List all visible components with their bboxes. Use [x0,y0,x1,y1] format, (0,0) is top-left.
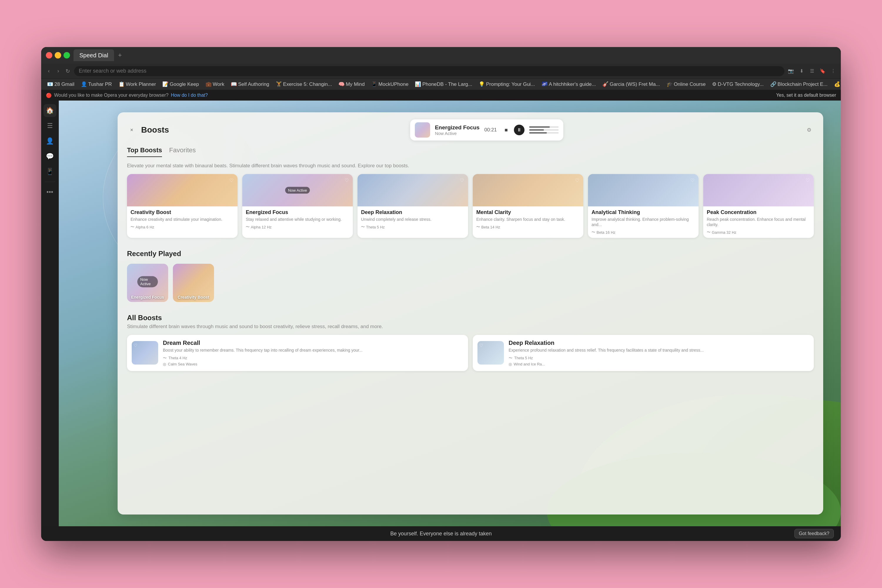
tab-label: Speed Dial [80,52,108,59]
panel-settings-button[interactable]: ⚙ [804,125,814,135]
wave-icon-6: 〜 [707,230,711,235]
relaxation-freq: 〜 Theta 5 Hz [361,224,465,230]
address-input[interactable] [74,66,784,76]
boost-card-body-energized: Energized Focus Stay relaxed and attenti… [242,206,353,232]
bookmarks-icon[interactable]: 🔖 [819,67,827,75]
all-boost-dream-recall[interactable]: ♡ Dream Recall Boost your ability to rem… [127,335,468,371]
bookmark-hitchhiker[interactable]: 🌌 A hitchhiker's guide... [539,80,598,88]
recent-card-energized[interactable]: Now Active Energized Focus [127,264,168,302]
recent-card-creativity[interactable]: Creativity Boost [173,264,214,302]
browser-chrome: Speed Dial + ‹ › ↻ 📷 ⬇ ☰ 🔖 ⋮ [41,47,841,100]
tab-favorites[interactable]: Favorites [169,146,195,157]
deep-relaxation-title: Deep Relaxation [508,340,809,346]
creativity-fav-icon[interactable]: ♡ [228,176,235,184]
camera-icon[interactable]: 📷 [787,67,795,75]
bookmark-tushar[interactable]: 👤 Tushar PR [78,80,114,88]
boost-card-relaxation[interactable]: ♡ Deep Relaxation Unwind completely and … [357,174,468,238]
reload-button[interactable]: ↻ [63,67,72,75]
stop-button[interactable]: ■ [502,125,511,135]
bookmark-googlekeep[interactable]: 📝 Google Keep [160,80,201,88]
bookmark-blockchain[interactable]: 🔗 Blockchain Project E... [768,80,830,88]
close-panel-button[interactable]: × [127,125,136,135]
now-active-badge: Now Active [285,187,310,194]
opera-icon: 🔴 [46,93,52,98]
download-icon[interactable]: ⬇ [797,67,806,75]
nav-buttons: ‹ › ↻ [45,67,72,75]
new-tab-button[interactable]: + [115,51,124,60]
sidebar-more-icon[interactable]: ••• [44,186,57,198]
bookmarks-bar: 📧 28 Gmail 👤 Tushar PR 📋 Work Planner 📝 … [41,79,841,90]
creativity-thumb-image [127,174,237,206]
default-browser-action[interactable]: Yes, set it as default browser [776,93,836,98]
bookmark-phonedb[interactable]: 📊 PhoneDB - The Larg... [412,80,474,88]
recent-creativity-label: Creativity Boost [175,295,212,300]
energized-freq: 〜 Alpha 12 Hz [246,224,349,230]
bookmark-onlinecourse[interactable]: 🎓 Online Course [664,80,708,88]
now-playing-thumb-image [415,122,430,138]
peak-fav-icon[interactable]: ♡ [804,176,812,184]
wallpaper: × Boosts Energized Focus Now Active [59,100,841,526]
minimize-window-button[interactable] [55,52,61,58]
mental-thumb-image [473,174,583,206]
sidebar-feeds-icon[interactable]: ☰ [44,119,57,132]
creativity-title: Creativity Boost [130,209,234,216]
bookmark-garcia[interactable]: 🎸 Garcia (WS) Fret Ma... [600,80,662,88]
dream-recall-thumb: ♡ [132,341,158,364]
panel-title: Boosts [141,125,169,135]
browser-tab-speed-dial[interactable]: Speed Dial [74,50,114,61]
boost-card-mental[interactable]: ♡ Mental Clarity Enhance clarity. Sharpe… [473,174,583,238]
toolbar-icons: 📷 ⬇ ☰ 🔖 ⋮ [787,67,837,75]
feedback-button[interactable]: Got feedback? [794,529,834,538]
boost-card-energized[interactable]: ♡ Now Active Energized Focus Stay relaxe… [242,174,353,238]
relaxation-fav-icon[interactable]: ♡ [458,176,466,184]
bookmark-workplanner[interactable]: 📋 Work Planner [116,80,159,88]
all-boost-deep-relaxation[interactable]: ♡ Deep Relaxation Experience profound re… [473,335,814,371]
boost-card-creativity[interactable]: ♡ Creativity Boost Enhance creativity an… [127,174,237,238]
forward-button[interactable]: › [54,67,62,75]
bookmark-crypto[interactable]: 💰 Top 20 Cryptocurren... [832,80,841,88]
analytical-fav-icon[interactable]: ♡ [688,176,696,184]
sidebar-profile-icon[interactable]: 👤 [44,135,57,148]
wave-icon-drel: 〜 [508,356,513,361]
close-window-button[interactable] [46,52,52,58]
tab-top-boosts[interactable]: Top Boosts [127,146,162,157]
deep-relaxation-fav[interactable]: ♡ [479,343,483,348]
bookmark-prompting[interactable]: 💡 Prompting: Your Gui... [476,80,537,88]
title-bar: Speed Dial + [41,47,841,63]
boost-card-peak[interactable]: ♡ Peak Concentration Reach peak concentr… [703,174,814,238]
bookmark-mymind[interactable]: 🧠 My Mind [336,80,367,88]
peak-desc: Reach peak concentration. Enhance focus … [707,217,810,227]
menu-icon[interactable]: ⋮ [829,67,837,75]
eq-slider-1[interactable] [529,129,559,130]
sidebar-mobile-icon[interactable]: 📱 [44,165,57,178]
recently-played-grid: Now Active Energized Focus Creativity Bo… [127,264,814,302]
dream-recall-fav[interactable]: ♡ [134,343,137,348]
bookmark-exercise[interactable]: 🏋 Exercise 5: Changin... [273,80,334,88]
sidebar-messenger-icon[interactable]: 💬 [44,150,57,163]
info-link[interactable]: How do I do that? [171,93,208,98]
back-button[interactable]: ‹ [45,67,53,75]
energized-fav-icon[interactable]: ♡ [343,176,351,184]
now-playing-thumbnail [415,122,430,138]
top-boosts-grid: ♡ Creativity Boost Enhance creativity an… [127,174,814,238]
volume-slider[interactable] [529,126,559,128]
now-playing-controls: ■ ⏸ [502,124,525,135]
analytical-freq: 〜 Beta 16 Hz [591,230,695,235]
mental-fav-icon[interactable]: ♡ [573,176,581,184]
tabs-icon[interactable]: ☰ [808,67,816,75]
bookmark-mockuphone[interactable]: 📱 MockUPhone [369,80,411,88]
boost-card-body-creativity: Creativity Boost Enhance creativity and … [127,206,237,232]
bookmark-work[interactable]: 💼 Work [203,80,226,88]
bookmark-gmail[interactable]: 📧 28 Gmail [45,80,77,88]
bookmark-dvtg[interactable]: ⚙ D-VTG Technology... [710,80,766,88]
play-pause-button[interactable]: ⏸ [514,124,525,135]
panel-tabs: Top Boosts Favorites [118,141,823,157]
maximize-window-button[interactable] [63,52,70,58]
sidebar-home-icon[interactable]: 🏠 [44,104,57,117]
mental-desc: Enhance clarity. Sharpen focus and stay … [476,217,580,222]
sound-icon-drel: ◎ [508,362,512,366]
deep-relaxation-desc: Experience profound relaxation and stres… [508,348,809,353]
eq-slider-2[interactable] [529,132,559,134]
boost-card-analytical[interactable]: ♡ Analytical Thinking Improve analytical… [588,174,699,238]
bookmark-selfauthoring[interactable]: 📖 Self Authoring [228,80,272,88]
